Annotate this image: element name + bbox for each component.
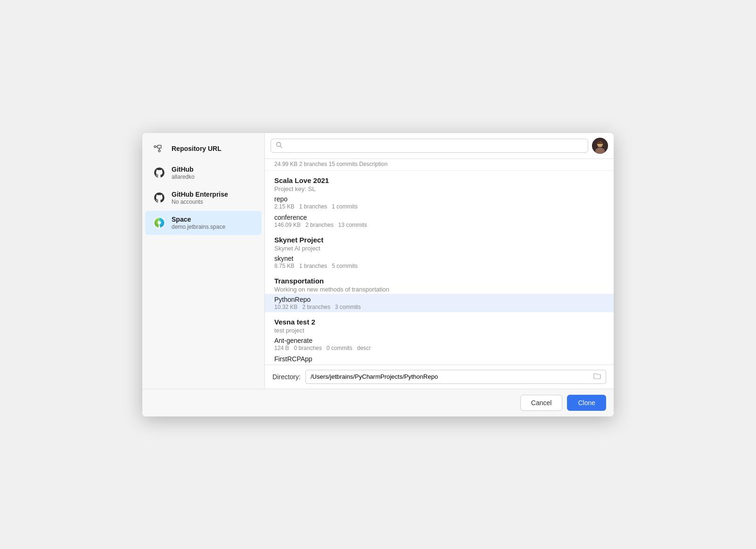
- project-header-transportation: Transportation Working on new methods of…: [265, 271, 614, 294]
- sidebar-item-github[interactable]: GitHub allaredko: [145, 161, 262, 185]
- github-icon: [153, 166, 166, 179]
- sidebar-item-github-title: GitHub: [172, 166, 195, 173]
- project-header-vesna: Vesna test 2 test project: [265, 312, 614, 335]
- search-input-container[interactable]: [271, 139, 588, 153]
- sidebar-item-ghe-title: GitHub Enterprise: [172, 191, 228, 198]
- repo-meta-pythonrepo: 10.32 KB 2 branches 3 commits: [274, 304, 604, 310]
- svg-point-1: [158, 150, 160, 152]
- project-desc-vesna: test project: [274, 327, 604, 334]
- sidebar-item-text: Repository URL: [172, 145, 222, 152]
- repo-item-pythonrepo[interactable]: PythonRepo 10.32 KB 2 branches 3 commits: [265, 294, 614, 312]
- repo-meta-ant-generate: 124 B 0 branches 0 commits descr: [274, 345, 604, 351]
- svg-line-7: [280, 146, 282, 148]
- directory-input-container[interactable]: [305, 370, 606, 384]
- sidebar-item-ghe-subtitle: No accounts: [172, 199, 228, 205]
- repo-meta-skynet: 8.75 KB 1 branches 5 commits: [274, 263, 604, 269]
- repo-item-conference[interactable]: conference 146.09 KB 2 branches 13 commi…: [265, 212, 614, 230]
- search-input[interactable]: [285, 142, 583, 150]
- sidebar-item-space[interactable]: Space demo.jetbrains.space: [145, 211, 262, 235]
- project-header-skynet: Skynet Project Skynet AI project: [265, 230, 614, 253]
- repo-name-pythonrepo: PythonRepo: [274, 296, 604, 303]
- space-icon: [153, 216, 166, 229]
- sidebar-item-space-text: Space demo.jetbrains.space: [172, 216, 225, 230]
- github-enterprise-icon: [153, 191, 166, 204]
- repo-item-ant-generate[interactable]: Ant-generate 124 B 0 branches 0 commits …: [265, 335, 614, 353]
- repo-name-skynet: skynet: [274, 255, 604, 262]
- directory-input[interactable]: [311, 373, 591, 380]
- project-title-vesna: Vesna test 2: [274, 318, 604, 326]
- cancel-button[interactable]: Cancel: [520, 395, 563, 411]
- sidebar-item-github-enterprise[interactable]: GitHub Enterprise No accounts: [145, 186, 262, 210]
- repo-meta: 2.15 KB 1 branches 1 commits: [274, 203, 604, 210]
- sidebar-item-repository-url[interactable]: Repository URL: [145, 137, 262, 160]
- repo-name: repo: [274, 195, 604, 203]
- project-title-scala-love: Scala Love 2021: [274, 176, 604, 184]
- directory-bar: Directory:: [265, 365, 614, 389]
- top-meta: 24.99 KB 2 branches 15 commits Descripti…: [265, 159, 614, 171]
- directory-label: Directory:: [272, 373, 301, 381]
- clone-button[interactable]: Clone: [567, 395, 606, 411]
- project-desc-skynet: Skynet AI project: [274, 245, 604, 252]
- project-desc-transportation: Working on new methods of transportation: [274, 286, 604, 293]
- dialog-body: Repository URL GitHub allaredko: [142, 133, 614, 389]
- search-icon: [276, 141, 282, 150]
- clone-dialog: Repository URL GitHub allaredko: [142, 133, 614, 416]
- git-icon: [153, 142, 166, 155]
- repo-name-firstrcp: FirstRCPApp: [274, 355, 604, 363]
- project-title-transportation: Transportation: [274, 277, 604, 285]
- repo-name-ant-generate: Ant-generate: [274, 337, 604, 344]
- dialog-footer: Cancel Clone: [142, 389, 614, 416]
- sidebar-item-title: Repository URL: [172, 145, 222, 152]
- repo-meta-conference: 146.09 KB 2 branches 13 commits: [274, 222, 604, 228]
- search-bar: [265, 133, 614, 159]
- repo-name-conference: conference: [274, 214, 604, 221]
- project-desc-scala-love: Project key: SL: [274, 185, 604, 192]
- main-content: 24.99 KB 2 branches 15 commits Descripti…: [265, 133, 614, 389]
- svg-point-5: [158, 221, 161, 225]
- repo-list: 24.99 KB 2 branches 15 commits Descripti…: [265, 159, 614, 365]
- project-header-scala-love: Scala Love 2021 Project key: SL: [265, 171, 614, 193]
- avatar: [592, 138, 608, 154]
- sidebar-item-space-title: Space: [172, 216, 225, 223]
- sidebar-item-github-subtitle: allaredko: [172, 174, 195, 180]
- folder-icon: [593, 373, 601, 381]
- repo-item-skynet[interactable]: skynet 8.75 KB 1 branches 5 commits: [265, 253, 614, 271]
- project-title-skynet: Skynet Project: [274, 236, 604, 244]
- sidebar-item-ghe-text: GitHub Enterprise No accounts: [172, 191, 228, 205]
- svg-point-3: [154, 146, 156, 148]
- repo-item-repo[interactable]: repo 2.15 KB 1 branches 1 commits: [265, 193, 614, 212]
- repo-item-firstrcp[interactable]: FirstRCPApp: [265, 353, 614, 365]
- sidebar: Repository URL GitHub allaredko: [142, 133, 265, 389]
- sidebar-item-github-text: GitHub allaredko: [172, 166, 195, 180]
- sidebar-item-space-subtitle: demo.jetbrains.space: [172, 224, 225, 230]
